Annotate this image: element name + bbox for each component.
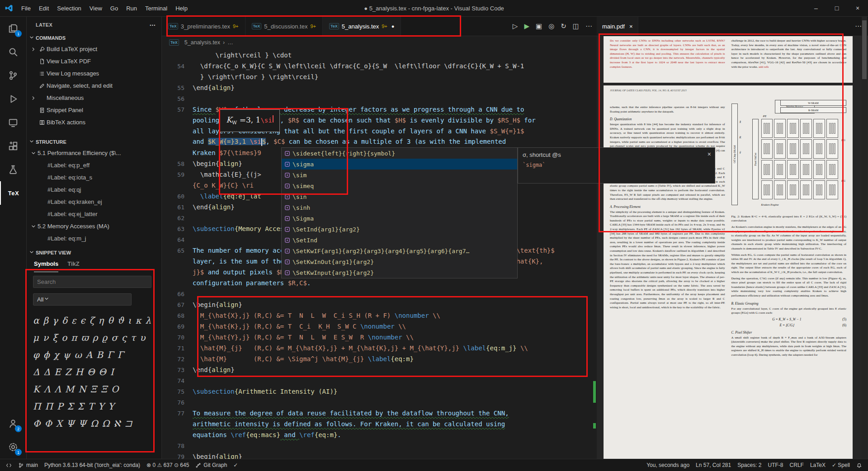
- activity-explorer-icon[interactable]: 1: [0, 17, 26, 40]
- symbol-glyph[interactable]: Δ: [33, 363, 39, 381]
- symbol-glyph[interactable]: Δ: [43, 363, 50, 381]
- symbol-glyph[interactable]: η: [99, 312, 104, 329]
- symbol-glyph[interactable]: Σ: [78, 398, 84, 415]
- code-row[interactable]: 55\end{align}: [162, 82, 597, 93]
- commands-section-header[interactable]: COMMANDS: [27, 33, 161, 43]
- structure-item-label-eq-iota-s[interactable]: #Label: eq:iota_s: [27, 171, 161, 184]
- symbol-glyph[interactable]: ε: [71, 312, 76, 329]
- suggestion-setind-arg1-arg2[interactable]: \SetInd{arg1}{arg2}: [282, 224, 517, 235]
- suggestion-sim[interactable]: \sim: [282, 170, 517, 180]
- structure-item-label-eq-p-eff[interactable]: #Label: eq:p_eff: [27, 159, 161, 171]
- structure-item-label-eq-kraken-ej[interactable]: #Label: eq:kraken_ej: [27, 196, 161, 208]
- symbol-glyph[interactable]: Ω: [90, 415, 98, 432]
- suggestion-setkwinput-arg1-arg2[interactable]: \SetKwInput{arg1}{arg2}: [282, 267, 517, 278]
- tab-5-analysis-tex[interactable]: TeX5_analysis.tex9+●: [323, 17, 401, 36]
- symbol-glyph[interactable]: α: [33, 312, 39, 329]
- status-git-graph[interactable]: Git Graph: [192, 459, 230, 471]
- symbol-glyph[interactable]: ξ: [52, 329, 57, 346]
- code-row[interactable]: 67\begin{align}: [162, 299, 597, 310]
- symbol-glyph[interactable]: Φ: [33, 415, 40, 432]
- close-icon[interactable]: ×: [629, 23, 633, 30]
- symbol-glyph[interactable]: ψ: [63, 346, 71, 363]
- symbol-glyph[interactable]: σ: [111, 329, 118, 346]
- code-row[interactable]: 69 M_{\hat{K},j} (R,C) &= T C_i K_H S_W …: [162, 321, 597, 332]
- symbol-glyph[interactable]: Υ: [108, 398, 114, 415]
- code-row[interactable]: } \right\rfloor } \right\rceil}: [162, 71, 597, 82]
- pdf-scrollbar[interactable]: [862, 17, 867, 459]
- command-bibtex-actions[interactable]: BibTeX actions: [27, 116, 161, 128]
- status-remote-indicator[interactable]: [3, 459, 15, 471]
- status-spell-checker[interactable]: ✓ Spell: [829, 459, 853, 471]
- menu-run[interactable]: Run: [122, 0, 141, 17]
- status-language-mode[interactable]: LaTeX: [807, 459, 829, 471]
- code-row[interactable]: equations \ref{eq:macs} and \ref{eq:m}.: [162, 429, 597, 440]
- code-row[interactable]: 74: [162, 375, 597, 386]
- snippet-tab-tikz[interactable]: TikZ: [67, 260, 80, 272]
- code-row[interactable]: configuration parameters $R,C$.: [162, 278, 597, 288]
- maximize-button[interactable]: □: [826, 0, 847, 17]
- build-project-icon[interactable]: ▶: [524, 22, 529, 30]
- status-git-branch[interactable]: main: [15, 459, 41, 471]
- close-button[interactable]: ×: [847, 0, 868, 17]
- code-row[interactable]: 54 \dfrac{C_o K_W}{C S_W \left\lceil \df…: [162, 61, 597, 71]
- symbol-glyph[interactable]: Θ: [87, 363, 94, 381]
- command-miscellaneous[interactable]: Miscellaneous: [27, 92, 161, 104]
- snippet-search-input[interactable]: [33, 276, 151, 288]
- pdf-scrollbar-thumb[interactable]: [862, 20, 867, 79]
- symbol-glyph[interactable]: λ: [145, 312, 151, 329]
- suggestion-setkwif-arg1-arg2-arg3-arg4-arg5-arg6-arg7[interactable]: \SetKwIF{arg1}{arg2}{arg3}{arg4}{arg5}{a…: [282, 245, 517, 256]
- symbol-glyph[interactable]: ϱ: [102, 329, 107, 346]
- code-row[interactable]: 75\subsection{Arithmetic Intensity (AI)}: [162, 386, 597, 397]
- symbol-glyph[interactable]: Ω: [102, 415, 110, 432]
- symbol-glyph[interactable]: ν: [43, 329, 48, 346]
- symbol-glyph[interactable]: Ξ: [90, 381, 97, 398]
- symbol-glyph[interactable]: Γ: [107, 346, 113, 363]
- command-navigate-select-and-edit[interactable]: Navigate, select, and edit: [27, 80, 161, 92]
- symbol-glyph[interactable]: ϑ: [118, 312, 124, 329]
- code-row[interactable]: 68 M_{\hat{X},j} (R,C) &= T N L W C_i S_…: [162, 310, 597, 321]
- breadcrumb-file[interactable]: 5_analysis.tex: [184, 39, 220, 46]
- code-row[interactable]: \right\rceil } \cdot: [162, 50, 597, 61]
- menu-view[interactable]: View: [85, 0, 106, 17]
- symbol-glyph[interactable]: τ: [131, 329, 136, 346]
- symbol-glyph[interactable]: ς: [122, 329, 127, 346]
- symbol-glyph[interactable]: X: [56, 415, 62, 432]
- symbol-glyph[interactable]: δ: [62, 312, 67, 329]
- status-format-check[interactable]: ✓: [230, 459, 241, 471]
- snippet-tab-symbols[interactable]: Symbols: [34, 260, 58, 272]
- code-row[interactable]: 72 \hat{M} (R,C) &= \Sigma^j \hat{M}_{j}…: [162, 353, 597, 364]
- menu-selection[interactable]: Selection: [53, 0, 85, 17]
- status-notifications-bell[interactable]: [853, 459, 865, 471]
- symbol-glyph[interactable]: Z: [65, 363, 71, 381]
- suggestion-sin[interactable]: \sin: [282, 191, 517, 202]
- command-view-latex-pdf[interactable]: View LaTeX PDF: [27, 55, 161, 67]
- code-row[interactable]: 56: [162, 93, 597, 104]
- status-indentation[interactable]: Spaces: 2: [734, 459, 764, 471]
- more-actions-icon[interactable]: ⋯: [585, 22, 592, 30]
- symbol-glyph[interactable]: Θ: [99, 363, 106, 381]
- symbol-glyph[interactable]: ϖ: [81, 329, 88, 346]
- sidebar-more-button[interactable]: ⋯: [150, 21, 156, 28]
- code-row[interactable]: 76: [162, 397, 597, 408]
- symbol-glyph[interactable]: γ: [52, 312, 58, 329]
- snippet-section-header[interactable]: SNIPPET VIEW: [27, 247, 161, 258]
- pdf-viewer[interactable]: Do we consider only CNNs or DNNs includi…: [597, 36, 868, 459]
- breadcrumb[interactable]: TeX 5_analysis.tex › …: [162, 36, 597, 49]
- symbol-glyph[interactable]: β: [43, 312, 49, 329]
- menu-help[interactable]: Help: [171, 0, 192, 17]
- symbol-glyph[interactable]: O: [111, 381, 118, 398]
- activity-remote-explorer-icon[interactable]: [0, 111, 26, 134]
- activity-testing-icon[interactable]: [0, 158, 26, 181]
- code-row[interactable]: 77To measure the degree of data reuse fa…: [162, 408, 597, 419]
- code-row[interactable]: arithmetic intensity is defined as follo…: [162, 419, 597, 429]
- split-editor-icon[interactable]: ◫: [573, 22, 579, 30]
- structure-item-label-eq-ej-latter[interactable]: #Label: eq:ej_latter: [27, 208, 161, 220]
- symbol-glyph[interactable]: υ: [140, 329, 145, 346]
- status-cursor-position[interactable]: Ln 57, Col 281: [693, 459, 734, 471]
- symbol-glyph[interactable]: Ψ: [79, 415, 87, 432]
- symbol-glyph[interactable]: P: [57, 398, 63, 415]
- symbol-glyph[interactable]: M: [65, 381, 74, 398]
- symbol-glyph[interactable]: ℵ: [113, 415, 120, 432]
- symbol-glyph[interactable]: ϵ: [80, 312, 85, 329]
- activity-settings-icon[interactable]: 1: [0, 435, 26, 459]
